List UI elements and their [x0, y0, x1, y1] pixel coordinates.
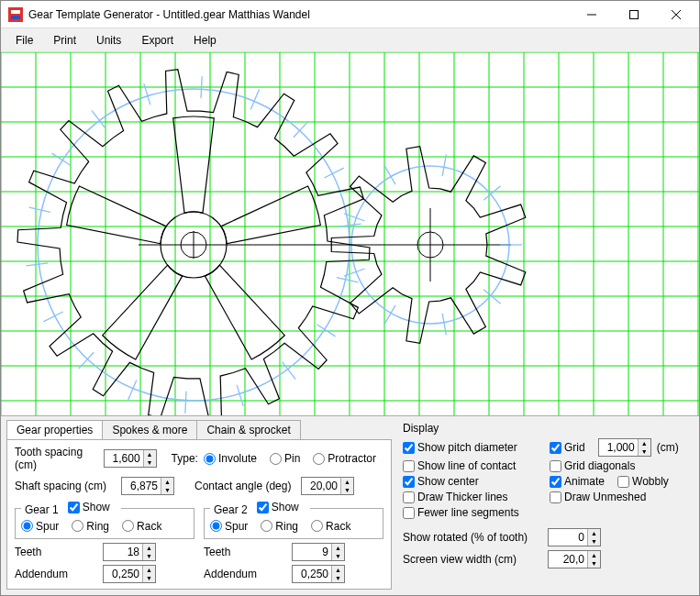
- gear2-teeth-input[interactable]: ▲▼: [292, 543, 345, 561]
- wobbly-checkbox[interactable]: Wobbly: [617, 475, 669, 488]
- grid-value-input[interactable]: ▲▼: [598, 438, 651, 457]
- line-contact-checkbox[interactable]: Show line of contact: [403, 459, 542, 472]
- menubar: File Print Units Export Help: [1, 28, 699, 52]
- type-involute-radio[interactable]: Involute: [204, 452, 257, 465]
- svg-line-52: [185, 392, 186, 414]
- svg-line-48: [337, 278, 358, 282]
- tab-spokes[interactable]: Spokes & more: [102, 420, 197, 439]
- contact-angle-input[interactable]: ▲▼: [301, 477, 354, 495]
- menu-print[interactable]: Print: [44, 31, 85, 50]
- gear1-legend: Gear 1: [25, 503, 59, 516]
- tooth-spacing-input[interactable]: ▲▼: [104, 449, 157, 468]
- svg-rect-2: [11, 16, 20, 19]
- menu-help[interactable]: Help: [184, 31, 226, 50]
- gear1-teeth-label: Teeth: [15, 546, 97, 558]
- grid-checkbox[interactable]: Grid: [550, 441, 585, 454]
- tooth-spacing-label: Tooth spacing (cm): [15, 446, 98, 471]
- gear1-spur-radio[interactable]: Spur: [21, 520, 59, 533]
- gear-drawing: [1, 52, 699, 415]
- menu-file[interactable]: File: [6, 31, 42, 50]
- grid-unit: (cm): [657, 441, 679, 454]
- svg-line-67: [442, 314, 446, 336]
- fewer-segments-checkbox[interactable]: Fewer line segments: [403, 506, 542, 519]
- gear2-show-checkbox[interactable]: Show: [257, 501, 299, 513]
- animate-checkbox[interactable]: Animate: [550, 475, 605, 488]
- gear1-teeth-input[interactable]: ▲▼: [103, 543, 156, 561]
- svg-rect-0: [8, 7, 23, 22]
- spin-up-icon[interactable]: ▲: [144, 450, 156, 458]
- app-window: Gear Template Generator - Untitled.gear …: [0, 0, 700, 596]
- tab-chain[interactable]: Chain & sprocket: [196, 420, 300, 439]
- gear2-legend: Gear 2: [214, 503, 248, 516]
- svg-rect-4: [630, 10, 639, 18]
- titlebar: Gear Template Generator - Untitled.gear …: [1, 1, 699, 28]
- tabs: Gear properties Spokes & more Chain & sp…: [6, 420, 392, 439]
- svg-line-62: [250, 89, 259, 109]
- svg-line-51: [237, 385, 243, 406]
- svg-line-57: [29, 207, 50, 212]
- display-pane: Display Show pitch diameter Grid ▲▼ (cm)…: [399, 420, 694, 590]
- left-pane: Gear properties Spokes & more Chain & sp…: [6, 420, 392, 590]
- svg-line-72: [442, 155, 446, 177]
- show-pitch-checkbox[interactable]: Show pitch diameter: [403, 438, 542, 457]
- grid-diag-checkbox[interactable]: Grid diagonals: [550, 459, 683, 472]
- shaft-spacing-value[interactable]: [122, 478, 161, 494]
- type-pin-radio[interactable]: Pin: [270, 452, 300, 465]
- gear2-spur-radio[interactable]: Spur: [210, 520, 248, 533]
- shaft-spacing-input[interactable]: ▲▼: [121, 477, 174, 495]
- type-protractor-radio[interactable]: Protractor: [313, 452, 376, 465]
- show-rotated-input[interactable]: ▲▼: [548, 528, 601, 546]
- gear2-rack-radio[interactable]: Rack: [311, 520, 350, 533]
- maximize-button[interactable]: [613, 2, 655, 28]
- gear2-fieldset: Gear 2 Show Spur Ring Rack: [204, 501, 383, 539]
- window-title: Gear Template Generator - Untitled.gear …: [28, 8, 310, 21]
- svg-line-53: [128, 380, 137, 400]
- gear2-ring-radio[interactable]: Ring: [261, 520, 298, 533]
- unmeshed-checkbox[interactable]: Draw Unmeshed: [550, 491, 683, 503]
- gear2-addendum-input[interactable]: ▲▼: [292, 565, 345, 583]
- display-heading: Display: [403, 422, 690, 435]
- shaft-spacing-label: Shaft spacing (cm): [15, 480, 116, 492]
- tab-body-gear-properties: Tooth spacing (cm) ▲▼ Type: Involute Pin…: [6, 439, 392, 590]
- svg-line-73: [483, 186, 500, 200]
- spin-down-icon[interactable]: ▼: [144, 458, 156, 467]
- gear2-addendum-label: Addendum: [204, 568, 286, 580]
- type-label: Type:: [172, 452, 198, 465]
- gear1-addendum-input[interactable]: ▲▼: [103, 565, 156, 583]
- tab-gear-properties[interactable]: Gear properties: [6, 420, 103, 439]
- gear1-ring-radio[interactable]: Ring: [72, 520, 109, 533]
- show-center-checkbox[interactable]: Show center: [403, 475, 542, 488]
- show-rotated-label: Show rotated (% of tooth): [403, 531, 540, 544]
- gear1-show-checkbox[interactable]: Show: [68, 501, 110, 513]
- close-button[interactable]: [655, 2, 697, 28]
- gear1-addendum-label: Addendum: [15, 568, 97, 580]
- menu-export[interactable]: Export: [132, 31, 183, 50]
- contact-angle-value[interactable]: [302, 478, 340, 494]
- tooth-spacing-value[interactable]: [105, 450, 143, 467]
- svg-line-63: [294, 121, 308, 138]
- gear2-teeth-label: Teeth: [204, 546, 286, 558]
- svg-line-61: [201, 76, 202, 98]
- svg-line-66: [483, 290, 500, 304]
- bottom-panel: Gear properties Spokes & more Chain & sp…: [1, 415, 699, 595]
- thicker-checkbox[interactable]: Draw Thicker lines: [403, 491, 542, 503]
- svg-line-56: [26, 263, 48, 266]
- view-width-input[interactable]: ▲▼: [548, 550, 601, 568]
- view-width-label: Screen view width (cm): [403, 553, 540, 566]
- app-icon: [8, 7, 23, 22]
- menu-units[interactable]: Units: [87, 31, 130, 50]
- minimize-button[interactable]: [571, 2, 613, 28]
- gear1-fieldset: Gear 1 Show Spur Ring Rack: [15, 501, 194, 539]
- svg-rect-1: [11, 10, 20, 14]
- gear-canvas[interactable]: [1, 52, 699, 415]
- gear1-rack-radio[interactable]: Rack: [122, 520, 161, 533]
- contact-angle-label: Contact angle (deg): [194, 480, 295, 492]
